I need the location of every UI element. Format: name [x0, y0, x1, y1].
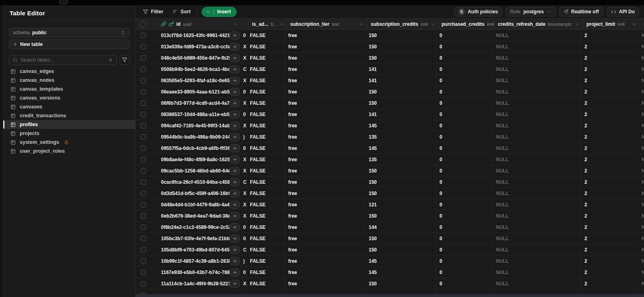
- row-checkbox[interactable]: [140, 258, 146, 264]
- expand-row-button[interactable]: [229, 122, 240, 130]
- cell-project_limit[interactable]: 2: [581, 143, 638, 154]
- cell-fragment[interactable]: X: [242, 75, 247, 86]
- cell-project_limit[interactable]: 2: [581, 267, 638, 278]
- column-header-id[interactable]: iduuid: [158, 19, 242, 29]
- cell-project_limit[interactable]: 2: [581, 199, 638, 210]
- cell-subscription_tier[interactable]: free: [285, 131, 365, 142]
- cell-subscription_clipped[interactable]: NU: [638, 109, 644, 120]
- cell-subscription_tier[interactable]: free: [285, 98, 365, 108]
- sidebar-item-credit_transactions[interactable]: credit_transactions: [3, 111, 135, 120]
- cell-subscription_credits[interactable]: 141: [365, 109, 436, 120]
- cell-purchased_credits[interactable]: 0: [436, 222, 493, 233]
- search-tables-input[interactable]: [21, 57, 105, 63]
- cell-subscription_tier[interactable]: free: [285, 30, 365, 41]
- cell-subscription_tier[interactable]: free: [285, 267, 365, 278]
- cell-purchased_credits[interactable]: 0: [436, 131, 493, 142]
- cell-id[interactable]: 0d3d541d-bf5c-459f-a406-16b93...: [158, 188, 242, 199]
- cell-subscription_clipped[interactable]: NU: [638, 233, 644, 244]
- cell-id[interactable]: 06f6b7d3-977d-4cd0-acd4-4a78...: [158, 98, 242, 108]
- cell-project_limit[interactable]: 2: [581, 222, 638, 233]
- cell-subscription_tier[interactable]: free: [285, 199, 365, 210]
- sidebar-item-canvas_versions[interactable]: canvas_versions: [3, 93, 135, 102]
- row-checkbox[interactable]: [140, 281, 146, 287]
- cell-purchased_credits[interactable]: 0: [436, 98, 493, 108]
- cell-is_admin[interactable]: FALSE: [247, 109, 285, 120]
- sort-button[interactable]: Sort: [170, 7, 193, 16]
- row-checkbox[interactable]: [140, 33, 146, 38]
- cell-purchased_credits[interactable]: 0: [436, 177, 493, 187]
- cell-project_limit[interactable]: 2: [581, 64, 638, 75]
- cell-subscription_clipped[interactable]: NU: [638, 177, 644, 187]
- cell-id[interactable]: 0d48e4d4-b1bf-4479-9a8b-4a4b...: [158, 199, 242, 210]
- cell-id[interactable]: 063505e5-4293-4faf-a18c-0e65b...: [158, 75, 242, 86]
- cell-purchased_credits[interactable]: 0: [436, 255, 493, 266]
- cell-is_admin[interactable]: FALSE: [247, 278, 285, 289]
- cell-id[interactable]: 09b8ae4e-f48c-4f89-8a8c-1629b...: [158, 154, 242, 165]
- realtime-toggle-button[interactable]: Realtime off: [559, 7, 603, 17]
- cell-purchased_credits[interactable]: 0: [436, 64, 493, 75]
- cell-fragment[interactable]: 0: [242, 267, 247, 278]
- row-checkbox[interactable]: [140, 89, 146, 95]
- cell-subscription_credits[interactable]: 135: [365, 131, 436, 142]
- cell-subscription_tier[interactable]: free: [285, 120, 365, 131]
- cell-is_admin[interactable]: FALSE: [247, 188, 285, 199]
- cell-fragment[interactable]: 0: [242, 143, 247, 154]
- expand-row-button[interactable]: [229, 178, 240, 186]
- cell-fragment[interactable]: X: [242, 41, 247, 52]
- cell-id[interactable]: 0508b94b-5ee2-4626-bca1-4bca...: [158, 64, 242, 75]
- cell-subscription_clipped[interactable]: NU: [638, 30, 644, 41]
- cell-purchased_credits[interactable]: 0: [436, 86, 493, 97]
- cell-purchased_credits[interactable]: 0: [436, 41, 493, 52]
- cell-credits_refresh_date[interactable]: NULL: [493, 30, 581, 41]
- cell-credits_refresh_date[interactable]: NULL: [493, 109, 581, 120]
- cell-project_limit[interactable]: 2: [581, 109, 638, 120]
- cell-is_admin[interactable]: FALSE: [247, 165, 285, 176]
- cell-credits_refresh_date[interactable]: NULL: [493, 255, 581, 266]
- expand-row-button[interactable]: [229, 43, 240, 51]
- cell-subscription_tier[interactable]: free: [285, 210, 365, 221]
- cell-subscription_clipped[interactable]: NU: [638, 188, 644, 199]
- row-checkbox[interactable]: [140, 55, 146, 61]
- expand-row-button[interactable]: [229, 223, 240, 231]
- insert-button[interactable]: Insert: [202, 7, 237, 17]
- row-checkbox[interactable]: [140, 112, 146, 117]
- cell-purchased_credits[interactable]: 0: [436, 52, 493, 63]
- auth-policies-button[interactable]: 5 Auth policies: [454, 7, 502, 17]
- cell-id[interactable]: 09557f5a-0dcb-4cb9-a6fb-fff366...: [158, 143, 242, 154]
- cell-credits_refresh_date[interactable]: NULL: [493, 233, 581, 244]
- schema-select[interactable]: schema public: [9, 28, 130, 37]
- expand-row-button[interactable]: [229, 268, 240, 276]
- row-checkbox[interactable]: [140, 134, 146, 140]
- expand-row-button[interactable]: [229, 280, 240, 288]
- expand-row-button[interactable]: [229, 167, 240, 175]
- cell-fragment[interactable]: 0: [242, 222, 247, 233]
- cell-project_limit[interactable]: 2: [581, 30, 638, 41]
- cell-subscription_credits[interactable]: 121: [365, 199, 436, 210]
- cell-id[interactable]: 06eaee33-8905-4aaa-b121-ab552...: [158, 86, 242, 97]
- cell-subscription_tier[interactable]: free: [285, 255, 365, 266]
- cell-id[interactable]: 048c4e50-b989-455e-847e-fb2f...: [158, 52, 242, 63]
- cell-subscription_clipped[interactable]: NU: [638, 165, 644, 176]
- cell-subscription_tier[interactable]: free: [285, 154, 365, 165]
- row-checkbox[interactable]: [140, 202, 146, 208]
- cell-project_limit[interactable]: 2: [581, 278, 638, 289]
- cell-subscription_tier[interactable]: free: [285, 143, 365, 154]
- cell-fragment[interactable]: 0: [242, 30, 247, 41]
- cell-subscription_credits[interactable]: 150: [365, 278, 436, 289]
- cell-is_admin[interactable]: FALSE: [247, 64, 285, 75]
- cell-project_limit[interactable]: 2: [581, 75, 638, 86]
- select-all-header-cell[interactable]: [136, 19, 158, 29]
- cell-fragment[interactable]: X: [242, 188, 247, 199]
- cell-subscription_tier[interactable]: free: [285, 64, 365, 75]
- row-checkbox[interactable]: [140, 66, 146, 72]
- cell-fragment[interactable]: C: [242, 177, 247, 187]
- cell-project_limit[interactable]: 2: [581, 244, 638, 255]
- cell-subscription_credits[interactable]: 150: [365, 41, 436, 52]
- cell-subscription_tier[interactable]: free: [285, 188, 365, 199]
- cell-id[interactable]: 08386537-10d4-488a-a11e-eb5a6...: [158, 109, 242, 120]
- cell-subscription_tier[interactable]: free: [285, 244, 365, 255]
- cell-purchased_credits[interactable]: 0: [436, 199, 493, 210]
- cell-fragment[interactable]: X: [242, 52, 247, 63]
- cell-id[interactable]: 09cac5bb-1256-46bd-ab60-64ed...: [158, 165, 242, 176]
- cell-subscription_clipped[interactable]: NU: [638, 52, 644, 63]
